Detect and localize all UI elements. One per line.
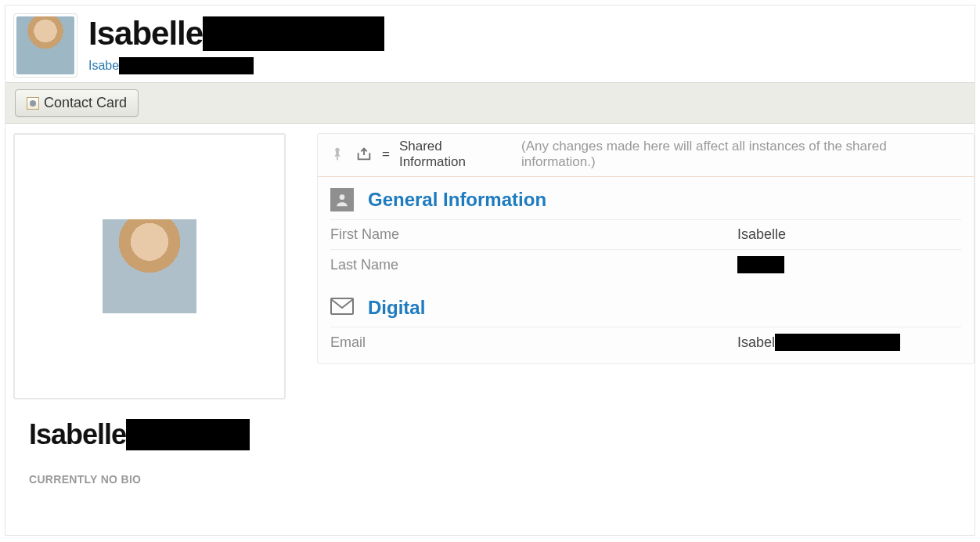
email-value: Isabel <box>737 334 900 351</box>
section-general: General Information First Name Isabelle … <box>318 177 974 286</box>
profile-last-name-redacted <box>203 16 384 51</box>
shared-info-label: Shared Information <box>399 139 512 170</box>
profile-email-link[interactable]: Isabe <box>88 59 119 73</box>
last-name-redacted <box>737 256 784 273</box>
title-column: Isabelle Isabe <box>88 13 384 74</box>
profile-first-name: Isabelle <box>88 15 203 52</box>
svg-point-1 <box>340 194 345 200</box>
email-redacted <box>775 334 900 351</box>
bio-name-row: Isabelle <box>29 418 290 451</box>
last-name-label: Last Name <box>330 257 737 273</box>
bio-status: CURRENTLY NO BIO <box>29 473 290 486</box>
first-name-value: Isabelle <box>737 226 786 243</box>
svg-rect-2 <box>331 298 353 314</box>
mail-icon <box>330 298 354 318</box>
shared-info-note: (Any changes made here will affect all i… <box>521 139 963 170</box>
email-label: Email <box>330 334 737 351</box>
row-last-name[interactable]: Last Name <box>330 249 961 280</box>
last-name-value <box>737 256 784 273</box>
svg-rect-0 <box>337 157 338 161</box>
avatar-image <box>16 16 74 74</box>
section-general-head: General Information <box>330 188 961 211</box>
profile-photo <box>103 219 196 313</box>
contact-card-button[interactable]: Contact Card <box>15 89 139 117</box>
info-panel: = Shared Information (Any changes made h… <box>317 133 975 364</box>
toolbar: Contact Card <box>5 82 975 124</box>
profile-email-redacted <box>119 57 254 74</box>
main-area: Isabelle CURRENTLY NO BIO = Shared Infor… <box>5 124 975 486</box>
avatar-thumbnail[interactable] <box>13 13 77 78</box>
equals-sign: = <box>382 146 390 162</box>
section-general-title: General Information <box>368 189 546 211</box>
section-digital-title: Digital <box>368 297 425 319</box>
bio-last-name-redacted <box>126 419 250 450</box>
row-first-name[interactable]: First Name Isabelle <box>330 219 961 249</box>
page: Isabelle Isabe Contact Card Isabelle <box>5 5 975 536</box>
person-icon <box>330 188 354 211</box>
contact-card-label: Contact Card <box>44 95 127 111</box>
photo-card[interactable] <box>13 133 286 399</box>
left-column: Isabelle CURRENTLY NO BIO <box>13 133 295 486</box>
first-name-label: First Name <box>330 226 737 243</box>
email-prefix: Isabel <box>737 334 775 351</box>
bio-block: Isabelle CURRENTLY NO BIO <box>13 399 295 486</box>
profile-name-row: Isabelle <box>88 15 384 52</box>
profile-email-row: Isabe <box>88 57 384 74</box>
profile-header: Isabelle Isabe <box>5 5 975 82</box>
row-email[interactable]: Email Isabel <box>330 327 961 357</box>
bio-first-name: Isabelle <box>29 418 126 451</box>
section-digital: Digital Email Isabel <box>318 286 974 363</box>
pin-icon <box>329 146 346 163</box>
section-digital-head: Digital <box>330 297 961 319</box>
right-column: = Shared Information (Any changes made h… <box>317 133 975 486</box>
shared-info-bar: = Shared Information (Any changes made h… <box>318 134 974 177</box>
contact-card-icon <box>27 97 39 110</box>
share-icon <box>355 146 373 162</box>
